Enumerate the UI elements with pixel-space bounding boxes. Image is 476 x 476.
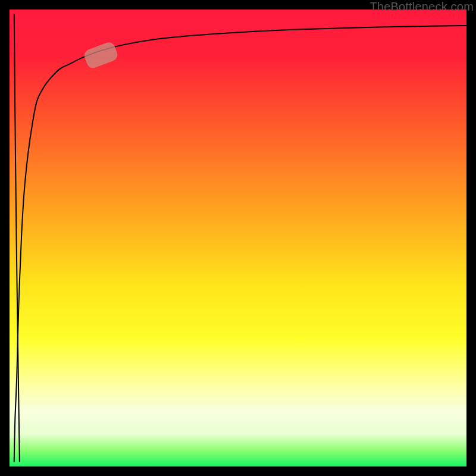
bottleneck-curve-line <box>14 26 466 462</box>
initial-drop-line <box>14 14 20 462</box>
curve-layer <box>10 10 466 466</box>
plot-area <box>10 10 466 466</box>
chart-frame: TheBottleneck.com <box>0 0 476 476</box>
highlight-marker <box>83 40 120 70</box>
attribution-label: TheBottleneck.com <box>369 0 474 13</box>
